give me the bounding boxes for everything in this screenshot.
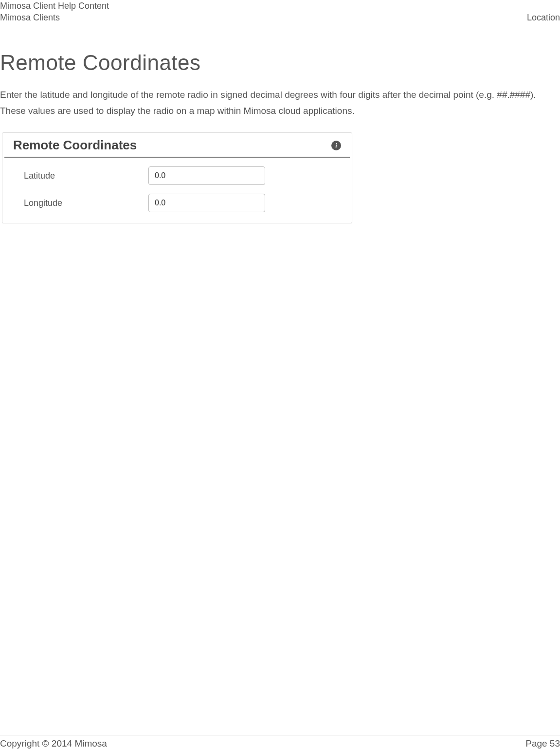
latitude-label: Latitude [12,171,148,181]
panel-title: Remote Coordinates [13,138,137,153]
intro-paragraph: Enter the latitude and longitude of the … [0,87,560,119]
longitude-label: Longitude [12,198,148,208]
footer-page-number: Page 53 [525,738,560,749]
longitude-input[interactable] [148,194,265,212]
panel-header: Remote Coordinates i [4,133,350,158]
longitude-row: Longitude [12,194,342,212]
page-content: Remote Coordinates Enter the latitude an… [0,27,560,224]
header-topic: Location [527,12,560,23]
header-doc-title: Mimosa Client Help Content [0,0,109,12]
latitude-input[interactable] [148,166,265,185]
page-footer: Copyright © 2014 Mimosa Page 53 [0,735,560,749]
info-icon[interactable]: i [331,141,341,150]
header-section: Mimosa Clients [0,12,60,23]
page-header: Mimosa Client Help Content Mimosa Client… [0,0,560,27]
page-title: Remote Coordinates [0,51,560,75]
latitude-row: Latitude [12,166,342,185]
panel-body: Latitude Longitude [2,158,352,223]
remote-coordinates-panel: Remote Coordinates i Latitude Longitude [2,132,352,223]
footer-copyright: Copyright © 2014 Mimosa [0,738,107,749]
